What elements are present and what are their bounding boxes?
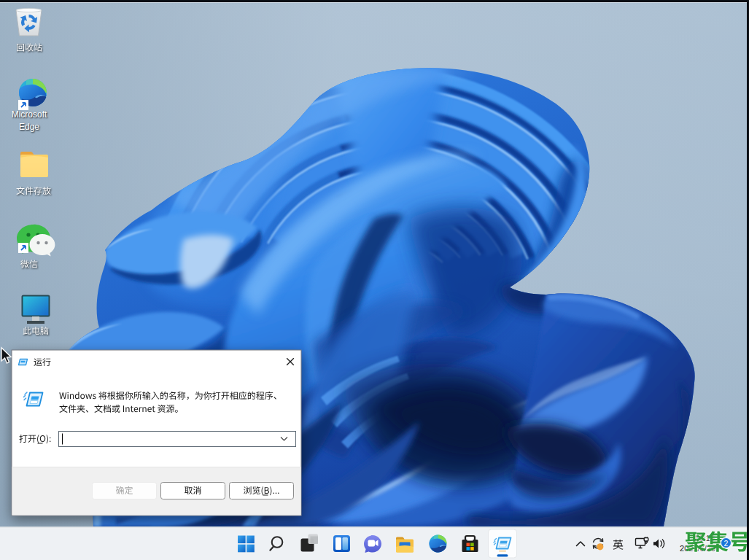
svg-text:2: 2: [724, 539, 729, 548]
